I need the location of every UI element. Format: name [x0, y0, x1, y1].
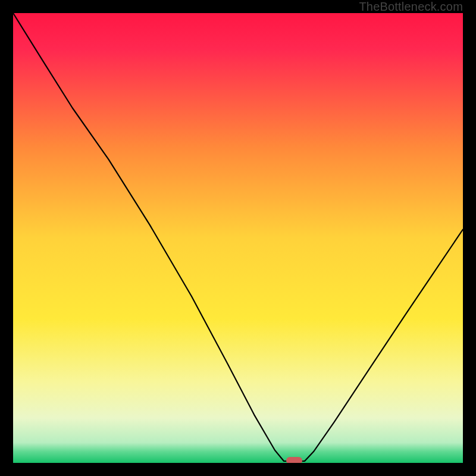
- highlight-marker: [286, 457, 302, 463]
- chart-frame: TheBottleneck.com: [0, 0, 476, 476]
- watermark-text: TheBottleneck.com: [359, 0, 463, 14]
- chart-curve: [13, 13, 463, 463]
- plot-area: [13, 13, 463, 463]
